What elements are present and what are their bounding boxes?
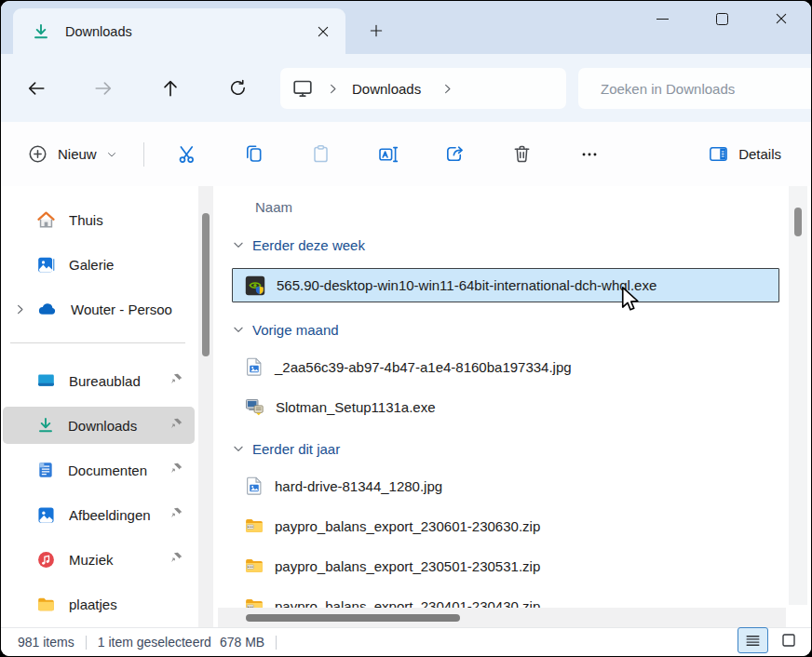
sidebar-item-label: Thuis: [69, 212, 195, 228]
vertical-scrollbar-thumb[interactable]: [794, 208, 802, 236]
sidebar-scrollbar-thumb[interactable]: [202, 213, 210, 356]
forward-icon: [93, 78, 114, 99]
details-button[interactable]: Details: [698, 136, 791, 172]
group-header-eerder-dit-jaar[interactable]: Eerder dit jaar: [232, 436, 789, 461]
new-button[interactable]: Nieuw: [18, 136, 127, 172]
horizontal-scrollbar[interactable]: [218, 608, 786, 628]
sidebar-item-plaatjes[interactable]: plaatjes: [3, 585, 195, 623]
thumbnail-view-button[interactable]: [773, 627, 804, 653]
zip-icon: [244, 556, 264, 576]
minimize-button[interactable]: [632, 1, 692, 36]
forward-button[interactable]: [83, 70, 124, 107]
file-row[interactable]: paypro_balans_export_230601-230630.zip: [232, 511, 779, 541]
toolbar-divider: [143, 142, 144, 167]
chevron-right-icon[interactable]: [327, 83, 339, 95]
sidebar-item-muziek[interactable]: Muziek: [3, 541, 195, 578]
sidebar-item-documenten[interactable]: Documenten: [3, 451, 195, 489]
file-name: paypro_balans_export_230601-230630.zip: [275, 518, 540, 534]
address-bar[interactable]: Downloads: [280, 68, 566, 109]
sidebar-item-bureaublad[interactable]: Bureaublad: [3, 362, 195, 399]
paste-icon: [310, 143, 332, 165]
file-row[interactable]: hard-drive-81344_1280.jpg: [232, 471, 779, 501]
back-button[interactable]: [16, 70, 57, 107]
pin-icon: [169, 462, 183, 476]
copy-icon: [243, 143, 264, 165]
file-name: _2aa56c39-ab97-4b47-a1e4-8160ba197334.jp…: [275, 359, 572, 375]
group-header-vorige-maand[interactable]: Vorige maand: [232, 317, 789, 342]
sidebar-list: ThuisGalerieWouter - PersooBureaubladDow…: [1, 186, 198, 628]
horizontal-scrollbar-thumb[interactable]: [246, 614, 460, 622]
zip-icon: [244, 596, 264, 608]
more-button[interactable]: [567, 134, 612, 175]
thumbnail-view-icon: [780, 632, 797, 649]
status-divider: [86, 636, 87, 650]
rename-button[interactable]: [366, 134, 411, 175]
file-row[interactable]: paypro_balans_export_230501-230531.zip: [232, 551, 779, 581]
chevron-down-icon[interactable]: [232, 238, 245, 251]
rename-icon: [377, 143, 399, 166]
image-file-icon: [244, 356, 264, 377]
column-header-name[interactable]: Naam: [255, 195, 789, 218]
pictures-icon: [36, 505, 56, 525]
details-button-label: Details: [738, 146, 781, 162]
file-row[interactable]: 565.90-desktop-win10-win11-64bit-interna…: [232, 268, 779, 302]
downloads-icon: [32, 22, 50, 41]
search-box[interactable]: [578, 68, 811, 109]
delete-button[interactable]: [500, 134, 545, 175]
group-label: Eerder deze week: [252, 237, 365, 253]
paste-button[interactable]: [299, 134, 344, 175]
file-name: 565.90-desktop-win10-win11-64bit-interna…: [277, 277, 656, 293]
selection-count: 1 item geselecteerd: [98, 635, 211, 650]
back-icon: [26, 78, 47, 99]
maximize-button[interactable]: [692, 1, 751, 36]
breadcrumb[interactable]: Downloads: [352, 81, 421, 97]
chevron-right-icon[interactable]: [441, 83, 453, 95]
vertical-scrollbar[interactable]: [789, 186, 807, 605]
up-button[interactable]: [150, 70, 191, 107]
refresh-button[interactable]: [217, 70, 258, 107]
sidebar-item-downloads[interactable]: Downloads: [3, 407, 195, 444]
scissors-icon: [176, 143, 198, 166]
group-header-eerder-deze-week[interactable]: Eerder deze week: [232, 233, 789, 257]
documents-icon: [36, 461, 55, 479]
details-view-button[interactable]: [738, 627, 768, 653]
sidebar-item-label: plaatjes: [69, 597, 195, 612]
chevron-down-icon[interactable]: [232, 442, 245, 455]
new-tab-button[interactable]: [362, 18, 390, 44]
file-name: Slotman_Setup1131a.exe: [276, 399, 436, 415]
ellipsis-icon: [579, 144, 600, 165]
share-button[interactable]: [433, 134, 478, 175]
sidebar-item-wouter-persoo[interactable]: Wouter - Persoo: [3, 290, 195, 328]
sidebar-item-galerie[interactable]: Galerie: [3, 246, 195, 283]
image-file-icon: [244, 476, 264, 496]
items-count: 981 items: [18, 635, 74, 650]
chevron-right-icon[interactable]: [14, 303, 26, 315]
downloads-icon: [36, 416, 55, 435]
tab-downloads[interactable]: Downloads: [13, 8, 345, 54]
nvidia-exe-icon: [244, 275, 266, 297]
music-icon: [36, 550, 56, 570]
title-bar[interactable]: Downloads: [1, 1, 811, 54]
file-row[interactable]: paypro_balans_export_230401-230430.zip: [232, 591, 779, 608]
sidebar-scrollbar[interactable]: [198, 186, 213, 628]
file-row[interactable]: _2aa56c39-ab97-4b47-a1e4-8160ba197334.jp…: [232, 352, 779, 382]
search-input[interactable]: [599, 80, 798, 98]
cut-button[interactable]: [165, 134, 210, 175]
sidebar-item-thuis[interactable]: Thuis: [3, 201, 195, 238]
group-label: Vorige maand: [252, 322, 339, 338]
installer-exe-icon: [244, 396, 265, 418]
new-button-label: Nieuw: [58, 146, 97, 162]
sidebar-item-afbeeldingen[interactable]: Afbeeldingen: [3, 496, 195, 533]
chevron-down-icon[interactable]: [232, 323, 245, 336]
close-button[interactable]: [751, 1, 811, 36]
sidebar-item-label: Wouter - Persoo: [71, 302, 195, 317]
gallery-icon: [36, 255, 56, 275]
file-row[interactable]: Slotman_Setup1131a.exe: [232, 392, 779, 422]
command-toolbar: Nieuw Details: [1, 122, 811, 187]
file-name: paypro_balans_export_230401-230430.zip: [275, 598, 540, 609]
copy-button[interactable]: [232, 134, 277, 175]
status-bar: 981 items 1 item geselecteerd 678 MB: [1, 627, 811, 656]
file-rows: NaamEerder deze week565.90-desktop-win10…: [213, 186, 789, 608]
tab-close-button[interactable]: [310, 19, 336, 45]
home-icon: [36, 210, 56, 230]
